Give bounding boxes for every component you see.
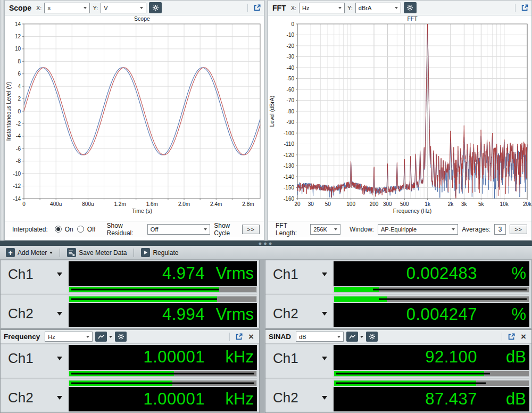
window-select[interactable]: AP-Equiripple xyxy=(378,224,458,235)
left-panel-gutter[interactable] xyxy=(0,0,4,241)
add-meter-button[interactable]: + Add Meter xyxy=(3,247,55,258)
regulate-button[interactable]: Regulate xyxy=(138,247,181,258)
fft-settings-button[interactable] xyxy=(404,2,417,13)
sinad-ch2-value-display: 87.437 dB xyxy=(334,387,529,412)
fft-chart[interactable]: -160-150-140-130-120-110-100-90-80-70-60… xyxy=(268,15,531,221)
svg-text:Instantaneous Level (V): Instantaneous Level (V) xyxy=(5,82,12,141)
chevron-down-icon xyxy=(204,228,207,230)
sinad-meter-header: SINAD dB × xyxy=(265,330,531,344)
sinad-popout-button[interactable] xyxy=(506,332,516,342)
svg-text:-80: -80 xyxy=(287,109,295,114)
thdn-ch2-bar xyxy=(334,296,529,302)
splitter-handle[interactable]: ●●● xyxy=(0,241,532,246)
scope-y-axis-label: Y: xyxy=(93,5,98,11)
fft-x-unit-select[interactable]: Hz xyxy=(299,3,345,13)
fft-popout-button[interactable] xyxy=(520,3,529,13)
sinad-ch2-select[interactable]: Ch2 xyxy=(265,379,332,412)
scope-y-unit-select[interactable]: V xyxy=(101,3,146,13)
interpolated-on-radio[interactable] xyxy=(55,226,62,233)
chevron-down-icon xyxy=(334,228,337,230)
rms-ch2-bar xyxy=(69,296,257,302)
show-residual-select[interactable]: Off xyxy=(147,224,210,235)
frequency-meter-title: Frequency xyxy=(4,333,40,341)
scope-panel: Scope X: s Y: V -14-12-10-8-6-4-2024681 xyxy=(4,0,264,241)
fft-length-select[interactable]: 256K xyxy=(310,224,340,235)
svg-text:-10: -10 xyxy=(287,32,295,38)
meter-channel-row: Ch1 92.100 dB xyxy=(265,345,529,377)
chevron-down-icon xyxy=(322,396,327,400)
scope-chart[interactable]: -14-12-10-8-6-4-2024681012140400u800u1.2… xyxy=(5,15,264,221)
fft-y-unit-select[interactable]: dBrA xyxy=(355,3,401,13)
toolbar-separator xyxy=(60,249,60,257)
frequency-ch1-select[interactable]: Ch1 xyxy=(1,345,68,377)
chart-section: Scope X: s Y: V -14-12-10-8-6-4-2024681 xyxy=(0,0,532,241)
rms-ch1-value-display: 4.974 Vrms xyxy=(69,261,257,286)
interpolated-label: Interpolated: xyxy=(12,226,48,233)
sinad-ch1-select[interactable]: Ch1 xyxy=(265,345,332,377)
apx-analyzer-window: Scope X: s Y: V -14-12-10-8-6-4-2024681 xyxy=(0,0,532,413)
scope-x-unit-select[interactable]: s xyxy=(44,3,90,13)
svg-text:FFT: FFT xyxy=(407,15,418,22)
frequency-popout-button[interactable] xyxy=(234,332,244,342)
chevron-down-icon[interactable] xyxy=(360,336,363,338)
svg-text:Level (dBrA): Level (dBrA) xyxy=(269,96,275,127)
thdn-ch2-select[interactable]: Ch2 xyxy=(265,295,332,327)
fft-more-button[interactable]: >> xyxy=(510,225,527,234)
thdn-ch1-bar xyxy=(334,286,529,293)
sinad-unit-select[interactable]: dB xyxy=(296,332,344,342)
sinad-settings-button[interactable] xyxy=(366,332,378,342)
svg-text:10k: 10k xyxy=(500,201,509,207)
chevron-down-icon xyxy=(337,336,340,338)
svg-text:10: 10 xyxy=(15,46,21,52)
chevron-down-icon xyxy=(322,357,327,360)
chevron-down-icon xyxy=(86,336,89,338)
scope-x-unit-value: s xyxy=(47,5,51,11)
svg-text:2.8m: 2.8m xyxy=(242,201,254,207)
show-cycle-button[interactable]: >> xyxy=(242,225,260,234)
sinad-graph-button[interactable] xyxy=(346,332,358,342)
chevron-down-icon xyxy=(84,7,87,9)
rms-ch2-select[interactable]: Ch2 xyxy=(1,295,68,327)
frequency-graph-button[interactable] xyxy=(95,332,107,342)
svg-text:0: 0 xyxy=(18,109,21,114)
chevron-down-icon xyxy=(395,7,398,9)
chevron-down-icon[interactable] xyxy=(109,336,112,338)
svg-text:0: 0 xyxy=(291,21,294,27)
svg-text:500: 500 xyxy=(400,201,409,207)
thdn-ch1-select[interactable]: Ch1 xyxy=(265,261,332,293)
chevron-down-icon xyxy=(452,228,455,230)
chevron-down-icon xyxy=(57,312,62,316)
svg-text:2.0m: 2.0m xyxy=(178,201,190,207)
frequency-unit-select[interactable]: Hz xyxy=(45,332,93,342)
frequency-settings-button[interactable] xyxy=(115,332,127,342)
svg-text:8: 8 xyxy=(18,59,21,64)
interpolated-off-radio[interactable] xyxy=(77,226,84,233)
rms-ch1-select[interactable]: Ch1 xyxy=(1,261,68,293)
rms-level-meter-panel: Ch1 4.974 Vrms Ch2 xyxy=(0,260,260,328)
scope-popout-button[interactable] xyxy=(252,3,262,13)
chevron-down-icon xyxy=(57,272,62,276)
svg-text:-20: -20 xyxy=(287,43,295,49)
svg-text:-14: -14 xyxy=(13,196,21,202)
svg-text:-70: -70 xyxy=(287,97,295,103)
chevron-down-icon xyxy=(322,272,327,276)
scope-settings-button[interactable] xyxy=(149,2,162,13)
svg-text:-150: -150 xyxy=(284,185,294,191)
frequency-ch2-select[interactable]: Ch2 xyxy=(1,379,68,412)
plus-icon: + xyxy=(6,248,15,257)
sinad-meter-panel: SINAD dB × xyxy=(265,329,532,413)
save-data-icon xyxy=(67,248,76,257)
sinad-close-button[interactable]: × xyxy=(519,332,528,342)
svg-text:6: 6 xyxy=(18,71,21,77)
svg-text:Scope: Scope xyxy=(134,15,150,22)
fft-panel-title: FFT xyxy=(272,4,286,12)
thdn-meter-panel: Ch1 0.002483 % Ch2 xyxy=(265,260,532,328)
save-meter-data-button[interactable]: Save Meter Data xyxy=(64,247,129,258)
svg-text:-160: -160 xyxy=(284,196,294,202)
frequency-close-button[interactable]: × xyxy=(246,332,256,342)
svg-text:-90: -90 xyxy=(287,119,295,125)
svg-text:-130: -130 xyxy=(284,163,294,169)
rms-ch2-value-display: 4.994 Vrms xyxy=(69,303,257,327)
interpolated-off-label: Off xyxy=(87,226,96,233)
averages-input[interactable]: 3 xyxy=(494,224,506,235)
